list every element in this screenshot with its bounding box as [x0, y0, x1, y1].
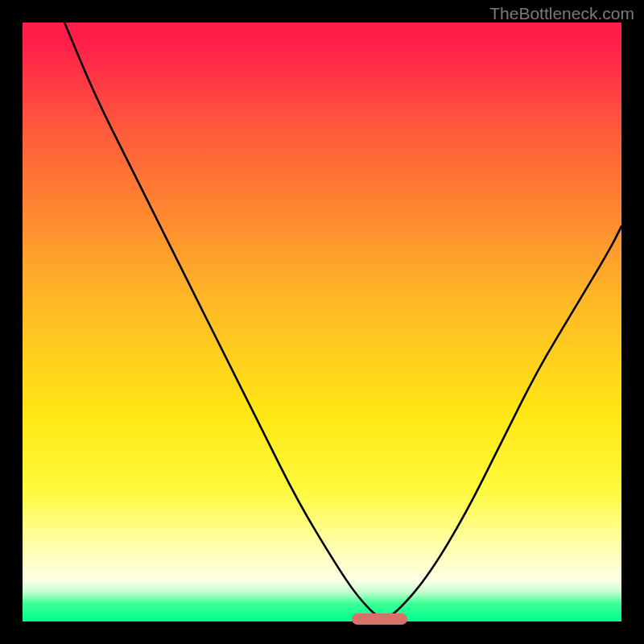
watermark-text: TheBottleneck.com [489, 4, 634, 23]
chart-plot-area [23, 23, 621, 621]
optimal-range-marker [352, 613, 407, 625]
